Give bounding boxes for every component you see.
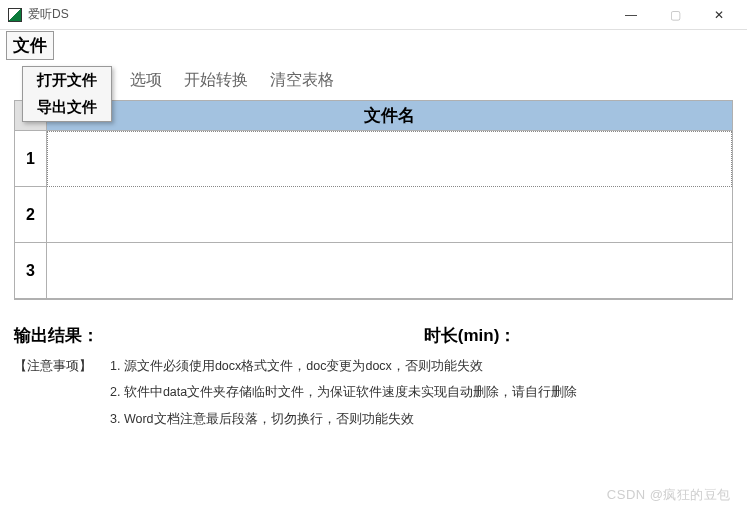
menu-open-file[interactable]: 打开文件 [23,67,111,94]
menu-export-file[interactable]: 导出文件 [23,94,111,121]
titlebar: 爱听DS — ▢ ✕ [0,0,747,30]
table-header-row: 文件名 [15,101,732,131]
menu-file[interactable]: 文件 [6,31,54,60]
window-controls: — ▢ ✕ [623,7,739,23]
note-3: 3. Word文档注意最后段落，切勿换行，否则功能失效 [110,406,414,432]
file-dropdown: 打开文件 导出文件 [22,66,112,122]
toolbar: 选项 开始转换 清空表格 [0,60,747,100]
note-2: 2. 软件中data文件夹存储临时文件，为保证软件速度未实现自动删除，请自行删除 [110,379,577,405]
file-table: 文件名 1 2 3 [14,100,733,300]
table-row[interactable]: 2 [15,187,732,243]
table-row[interactable]: 3 [15,243,732,299]
app-icon [8,8,22,22]
output-label: 输出结果： [14,324,424,347]
labels-row: 输出结果： 时长(min)： [14,324,733,347]
header-filename[interactable]: 文件名 [47,101,732,131]
note-1: 1. 源文件必须使用docx格式文件，doc变更为docx，否则功能失效 [110,353,483,379]
row-number[interactable]: 2 [15,187,47,243]
toolbar-clear-table[interactable]: 清空表格 [270,70,334,91]
row-cell[interactable] [47,243,732,299]
notes-section: 【注意事项】 1. 源文件必须使用docx格式文件，doc变更为docx，否则功… [14,353,733,432]
close-button[interactable]: ✕ [711,7,727,23]
maximize-button[interactable]: ▢ [667,7,683,23]
row-cell[interactable] [47,187,732,243]
row-cell[interactable] [47,131,732,187]
row-number[interactable]: 3 [15,243,47,299]
watermark: CSDN @疯狂的豆包 [607,486,731,504]
menubar: 文件 [0,30,747,60]
toolbar-start-convert[interactable]: 开始转换 [184,70,248,91]
minimize-button[interactable]: — [623,7,639,23]
toolbar-options-partial[interactable]: 选项 [130,70,162,91]
window-title: 爱听DS [28,6,623,23]
table-row[interactable]: 1 [15,131,732,187]
row-number[interactable]: 1 [15,131,47,187]
notes-tag: 【注意事项】 [14,353,110,379]
duration-label: 时长(min)： [424,324,517,347]
